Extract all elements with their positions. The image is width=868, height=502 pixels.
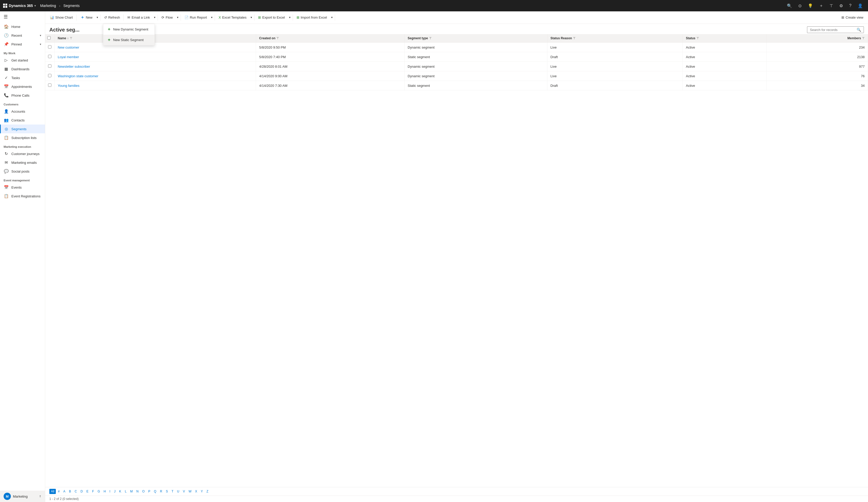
- lightbulb-icon[interactable]: 💡: [806, 2, 815, 9]
- alpha-nav-item-y[interactable]: Y: [199, 489, 204, 494]
- alpha-nav-item-#[interactable]: #: [56, 489, 61, 494]
- status-reason-filter-icon[interactable]: ⊤: [573, 37, 576, 40]
- export-excel-button[interactable]: ⊞ Export to Excel: [256, 14, 287, 21]
- check-circle-icon[interactable]: ⊙: [796, 2, 804, 9]
- email-link-button[interactable]: ✉ Email a Link: [125, 14, 152, 21]
- table-header-status-reason[interactable]: Status Reason ⊤: [547, 34, 683, 43]
- sidebar-item-social-posts[interactable]: 💬 Social posts: [0, 167, 45, 176]
- status-filter-icon[interactable]: ⊤: [696, 37, 699, 40]
- alpha-nav-item-q[interactable]: Q: [152, 489, 158, 494]
- segment-type-filter-icon[interactable]: ⊤: [429, 37, 432, 40]
- alpha-nav-item-h[interactable]: H: [102, 489, 107, 494]
- alpha-nav-item-all[interactable]: All: [49, 489, 56, 494]
- row-name-link[interactable]: Newsletter subscriber: [58, 64, 90, 69]
- sidebar-item-home[interactable]: 🏠 Home: [0, 22, 45, 31]
- new-dropdown-caret[interactable]: ▾: [96, 14, 99, 20]
- app-dropdown-icon[interactable]: ▾: [34, 4, 36, 8]
- alpha-nav-item-m[interactable]: M: [129, 489, 134, 494]
- flow-caret[interactable]: ▾: [176, 14, 179, 20]
- row-select-checkbox[interactable]: [48, 64, 51, 68]
- app-logo[interactable]: Dynamics 365 ▾: [3, 3, 36, 8]
- table-header-checkbox[interactable]: [45, 34, 54, 43]
- excel-templates-caret[interactable]: ▾: [249, 14, 253, 20]
- new-button[interactable]: ＋ New: [78, 13, 95, 21]
- email-link-caret[interactable]: ▾: [153, 14, 156, 20]
- alpha-nav-item-r[interactable]: R: [158, 489, 164, 494]
- alpha-nav-item-s[interactable]: S: [164, 489, 169, 494]
- sidebar-item-pinned[interactable]: 📌 Pinned ▾: [0, 40, 45, 49]
- row-select-checkbox[interactable]: [48, 83, 51, 87]
- sidebar-item-event-registrations[interactable]: 📋 Event Registrations: [0, 192, 45, 201]
- search-box[interactable]: 🔍: [807, 26, 864, 33]
- row-name-link[interactable]: Loyal member: [58, 55, 79, 59]
- sidebar-item-dashboards[interactable]: ▦ Dashboards: [0, 64, 45, 73]
- flow-button[interactable]: ⟳ Flow: [159, 14, 175, 21]
- alpha-nav-item-o[interactable]: O: [141, 489, 146, 494]
- create-view-button[interactable]: ⊞ Create view: [839, 14, 866, 21]
- import-excel-button[interactable]: ⊞ Import from Excel: [294, 14, 330, 21]
- select-all-checkbox[interactable]: [47, 36, 51, 40]
- sidebar-item-contacts[interactable]: 👥 Contacts: [0, 116, 45, 124]
- alpha-nav-item-w[interactable]: W: [187, 489, 193, 494]
- sidebar-item-get-started[interactable]: ▷ Get started: [0, 56, 45, 64]
- row-checkbox[interactable]: [45, 52, 54, 62]
- sidebar-item-appointments[interactable]: 📅 Appointments: [0, 82, 45, 91]
- alpha-nav-item-p[interactable]: P: [147, 489, 152, 494]
- sidebar-item-subscription-lists[interactable]: 📋 Subscription lists: [0, 133, 45, 142]
- alpha-nav-item-a[interactable]: A: [62, 489, 67, 494]
- alpha-nav-item-t[interactable]: T: [170, 489, 175, 494]
- alpha-nav-item-x[interactable]: X: [194, 489, 199, 494]
- row-select-checkbox[interactable]: [48, 45, 51, 49]
- new-static-segment-item[interactable]: ＋ New Static Segment: [103, 34, 154, 45]
- sidebar-item-recent[interactable]: 🕐 Recent ▾: [0, 31, 45, 40]
- table-header-members[interactable]: Members ⊤: [766, 34, 868, 43]
- import-excel-caret[interactable]: ▾: [330, 14, 334, 20]
- help-icon[interactable]: ?: [847, 2, 854, 9]
- alpha-nav-item-b[interactable]: B: [68, 489, 73, 494]
- add-nav-icon[interactable]: ＋: [817, 2, 825, 10]
- alpha-nav-item-c[interactable]: C: [73, 489, 79, 494]
- settings-icon[interactable]: ⚙: [837, 2, 845, 9]
- alpha-nav-item-i[interactable]: I: [108, 489, 112, 494]
- table-header-segment-type[interactable]: Segment type ⊤: [404, 34, 547, 43]
- alpha-nav-item-k[interactable]: K: [117, 489, 123, 494]
- sidebar-item-tasks[interactable]: ✓ Tasks: [0, 73, 45, 82]
- run-report-caret[interactable]: ▾: [210, 14, 214, 20]
- sidebar-item-accounts[interactable]: 👤 Accounts: [0, 107, 45, 116]
- row-select-checkbox[interactable]: [48, 74, 51, 77]
- alpha-nav-item-f[interactable]: F: [90, 489, 95, 494]
- row-checkbox[interactable]: [45, 71, 54, 81]
- row-name-link[interactable]: Young families: [58, 84, 80, 88]
- export-excel-caret[interactable]: ▾: [288, 14, 292, 20]
- show-chart-button[interactable]: 📊 Show Chart: [47, 14, 75, 21]
- alpha-nav-item-j[interactable]: J: [112, 489, 117, 494]
- sidebar-item-marketing-emails[interactable]: ✉ Marketing emails: [0, 158, 45, 167]
- sidebar-item-segments[interactable]: ◎ Segments: [0, 124, 45, 133]
- table-header-created-on[interactable]: Created on ⊤: [256, 34, 404, 43]
- row-checkbox[interactable]: [45, 81, 54, 90]
- table-header-name[interactable]: Name ↑ ⊤: [54, 34, 256, 43]
- sidebar-item-events[interactable]: 📅 Events: [0, 183, 45, 192]
- alpha-nav-item-g[interactable]: G: [96, 489, 102, 494]
- sidebar-item-phone-calls[interactable]: 📞 Phone Calls: [0, 91, 45, 100]
- members-filter-icon[interactable]: ⊤: [862, 37, 865, 40]
- search-nav-icon[interactable]: 🔍: [785, 2, 794, 9]
- run-report-button[interactable]: 📄 Run Report: [182, 14, 209, 21]
- row-select-checkbox[interactable]: [48, 55, 51, 58]
- row-name-link[interactable]: Washington state customer: [58, 74, 99, 78]
- table-header-status[interactable]: Status ⊤: [683, 34, 766, 43]
- alpha-nav-item-n[interactable]: N: [135, 489, 140, 494]
- alpha-nav-item-z[interactable]: Z: [205, 489, 210, 494]
- created-on-filter-icon[interactable]: ⊤: [276, 37, 279, 40]
- refresh-button[interactable]: ↺ Refresh: [102, 14, 123, 21]
- alpha-nav-item-v[interactable]: V: [181, 489, 187, 494]
- row-checkbox[interactable]: [45, 62, 54, 71]
- row-checkbox[interactable]: [45, 43, 54, 52]
- alpha-nav-item-e[interactable]: E: [85, 489, 90, 494]
- new-dynamic-segment-item[interactable]: ＋ New Dynamic Segment: [103, 24, 154, 34]
- sidebar-item-customer-journeys[interactable]: ↻ Customer journeys: [0, 149, 45, 158]
- alpha-nav-item-u[interactable]: U: [175, 489, 181, 494]
- filter-nav-icon[interactable]: ⊤: [827, 2, 835, 9]
- alpha-nav-item-d[interactable]: D: [79, 489, 84, 494]
- row-name-link[interactable]: New customer: [58, 45, 79, 49]
